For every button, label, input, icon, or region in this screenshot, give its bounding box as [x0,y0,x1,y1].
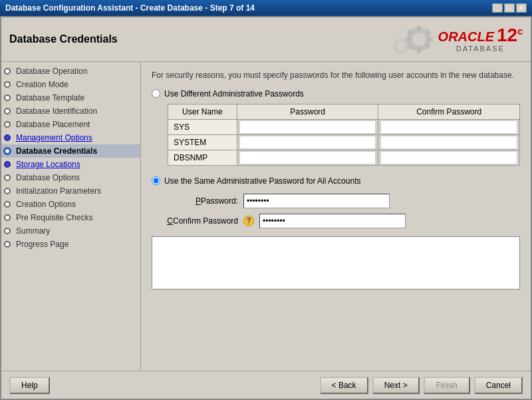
help-button[interactable]: Help [9,377,50,394]
minimize-button[interactable]: _ [492,3,503,13]
col-header-password: Password [237,104,378,119]
password-label: PPassword: [152,196,238,206]
footer: Help < Back Next > Finish Cancel [1,371,531,399]
password-system-cell[interactable] [237,134,378,150]
password-input[interactable] [243,194,390,208]
svg-rect-2 [417,25,421,31]
title-bar: Database Configuration Assistant - Creat… [0,0,532,16]
sidebar-item-database-placement: Database Placement [1,118,140,131]
sidebar-dot-creation-mode [4,81,11,88]
table-row: DBSNMP [168,150,520,165]
cancel-button[interactable]: Cancel [474,377,523,394]
password-section: PPassword: CConfirm Password ? [152,194,520,228]
sidebar-item-database-operation: Database Operation [1,65,140,78]
radio-different-passwords-input[interactable] [152,89,160,98]
confirm-password-system-cell[interactable] [378,134,520,150]
oracle-db-label: DATABASE [438,45,523,53]
col-header-username: User Name [168,104,237,119]
finish-button[interactable]: Finish [424,377,470,394]
svg-point-11 [397,42,405,50]
sidebar-dot-database-credentials [4,148,11,154]
confirm-password-label: CConfirm Password [152,216,238,226]
sidebar-item-database-template: Database Template [1,91,140,104]
sidebar-dot-database-template [4,95,11,101]
sidebar-dot-initialization-parameters [4,188,11,194]
sidebar-dot-database-placement [4,121,11,128]
info-text: For security reasons, you must specify p… [152,70,520,81]
radio-same-password-input[interactable] [152,176,160,185]
confirm-password-sys-input[interactable] [381,121,517,133]
password-sys-cell[interactable] [237,119,378,134]
sidebar-dot-creation-options [4,201,11,208]
close-button[interactable]: ✕ [516,3,527,13]
oracle-logo: ORACLE 12c DATABASE [382,23,523,56]
sidebar-item-database-options: Database Options [1,171,140,184]
svg-point-1 [412,33,426,46]
table-row: SYS [168,119,520,134]
password-row: PPassword: [152,194,520,208]
sidebar-item-creation-options: Creation Options [1,198,140,211]
sidebar-item-database-credentials: Database Credentials [1,144,140,158]
main-panel: For security reasons, you must specify p… [141,62,531,371]
maximize-button[interactable]: □ [504,3,515,13]
info-box [152,236,520,290]
radio-same-password-label[interactable]: Use the Same Administrative Password for… [164,176,360,186]
username-sys: SYS [168,119,237,134]
back-button[interactable]: < Back [320,377,368,394]
footer-right: < Back Next > Finish Cancel [320,377,523,394]
sidebar-dot-summary [4,228,11,234]
username-dbsnmp: DBSNMP [168,150,237,165]
content-area: Database Operation Creation Mode Databas… [1,62,531,371]
confirm-password-sys-cell[interactable] [378,119,520,134]
sidebar-dot-database-options [4,174,11,181]
sidebar: Database Operation Creation Mode Databas… [1,62,141,371]
sidebar-item-management-options[interactable]: Management Options [1,131,140,144]
header-title: Database Credentials [9,33,118,45]
radio-different-passwords-label[interactable]: Use Different Administrative Passwords [164,89,304,99]
password-dbsnmp-input[interactable] [240,152,376,164]
sidebar-item-pre-requisite-checks: Pre Requisite Checks [1,211,140,224]
password-sys-input[interactable] [240,121,376,133]
sidebar-item-initialization-parameters: Initialization Parameters [1,184,140,198]
gear-decoration-icon [382,23,436,56]
svg-rect-3 [417,48,421,53]
sidebar-item-storage-locations[interactable]: Storage Locations [1,158,140,171]
title-bar-buttons: _ □ ✕ [492,3,527,13]
sidebar-item-database-identification: Database Identification [1,104,140,118]
col-header-confirm-password: Confirm Password [378,104,520,119]
radio-different-passwords-option[interactable]: Use Different Administrative Passwords [152,89,520,99]
sidebar-dot-management-options [4,134,11,141]
sidebar-dot-database-identification [4,108,11,114]
confirm-password-row: CConfirm Password ? [152,214,520,228]
radio-same-password-option[interactable]: Use the Same Administrative Password for… [152,176,520,186]
sidebar-dot-storage-locations [4,161,11,168]
sidebar-item-creation-mode: Creation Mode [1,78,140,91]
confirm-password-dbsnmp-input[interactable] [381,152,517,164]
footer-left: Help [9,377,50,394]
oracle-branding: ORACLE 12c DATABASE [438,26,523,53]
password-dbsnmp-cell[interactable] [237,150,378,165]
confirm-password-dbsnmp-cell[interactable] [378,150,520,165]
title-bar-text: Database Configuration Assistant - Creat… [5,3,255,13]
sidebar-dot-database-operation [4,68,11,75]
sidebar-item-progress-page: Progress Page [1,238,140,251]
sidebar-item-summary: Summary [1,224,140,238]
main-window: Database Credentials [0,16,532,400]
sidebar-dot-progress-page [4,241,11,248]
header: Database Credentials [1,17,531,62]
password-system-input[interactable] [240,136,376,148]
confirm-password-input[interactable] [259,214,406,228]
confirm-password-system-input[interactable] [381,136,517,148]
next-button[interactable]: Next > [372,377,420,394]
help-icon[interactable]: ? [243,216,254,226]
sidebar-dot-pre-requisite-checks [4,214,11,221]
username-system: SYSTEM [168,134,237,150]
oracle-logo-text: ORACLE [438,29,494,45]
credentials-table: User Name Password Confirm Password SYS … [168,104,520,166]
oracle-version: 12c [497,26,523,45]
table-row: SYSTEM [168,134,520,150]
svg-rect-5 [428,37,433,41]
